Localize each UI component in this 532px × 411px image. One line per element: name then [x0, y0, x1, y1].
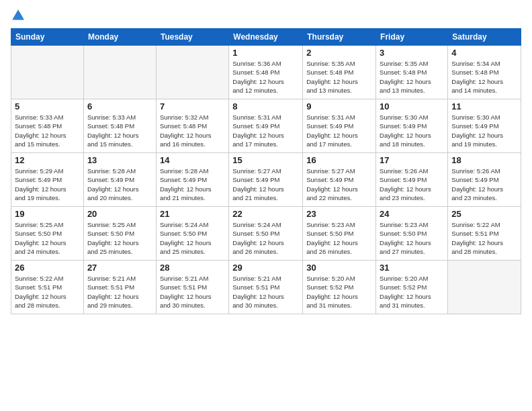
logo: [11, 8, 28, 23]
calendar: SundayMondayTuesdayWednesdayThursdayFrid…: [11, 28, 521, 314]
calendar-cell: 28Sunrise: 5:21 AM Sunset: 5:51 PM Dayli…: [156, 261, 228, 314]
day-info: Sunrise: 5:21 AM Sunset: 5:51 PM Dayligh…: [87, 274, 152, 310]
calendar-cell: [448, 261, 521, 314]
calendar-cell: 8Sunrise: 5:31 AM Sunset: 5:49 PM Daylig…: [229, 99, 303, 153]
calendar-cell: 24Sunrise: 5:23 AM Sunset: 5:50 PM Dayli…: [376, 207, 448, 261]
calendar-cell: 23Sunrise: 5:23 AM Sunset: 5:50 PM Dayli…: [303, 207, 376, 261]
day-number: 21: [160, 209, 225, 219]
day-info: Sunrise: 5:24 AM Sunset: 5:50 PM Dayligh…: [160, 220, 225, 256]
day-number: 19: [15, 209, 80, 219]
day-info: Sunrise: 5:25 AM Sunset: 5:50 PM Dayligh…: [87, 220, 152, 256]
day-number: 30: [306, 263, 372, 273]
weekday-header-thursday: Thursday: [303, 29, 376, 46]
day-info: Sunrise: 5:23 AM Sunset: 5:50 PM Dayligh…: [306, 220, 372, 256]
day-number: 1: [232, 48, 299, 58]
day-info: Sunrise: 5:36 AM Sunset: 5:48 PM Dayligh…: [232, 59, 299, 95]
day-info: Sunrise: 5:28 AM Sunset: 5:49 PM Dayligh…: [160, 167, 225, 202]
page: SundayMondayTuesdayWednesdayThursdayFrid…: [0, 0, 532, 411]
day-info: Sunrise: 5:22 AM Sunset: 5:51 PM Dayligh…: [15, 274, 80, 310]
day-number: 9: [306, 101, 372, 111]
calendar-cell: 22Sunrise: 5:24 AM Sunset: 5:50 PM Dayli…: [229, 207, 303, 261]
day-info: Sunrise: 5:26 AM Sunset: 5:49 PM Dayligh…: [451, 167, 517, 202]
day-number: 6: [87, 101, 152, 111]
day-number: 8: [232, 101, 299, 111]
day-info: Sunrise: 5:31 AM Sunset: 5:49 PM Dayligh…: [306, 113, 372, 148]
day-info: Sunrise: 5:26 AM Sunset: 5:49 PM Dayligh…: [380, 167, 444, 202]
weekday-header-saturday: Saturday: [448, 29, 521, 46]
calendar-cell: 12Sunrise: 5:29 AM Sunset: 5:49 PM Dayli…: [11, 153, 84, 207]
day-info: Sunrise: 5:32 AM Sunset: 5:48 PM Dayligh…: [160, 113, 225, 148]
calendar-cell: 18Sunrise: 5:26 AM Sunset: 5:49 PM Dayli…: [448, 153, 521, 207]
day-info: Sunrise: 5:27 AM Sunset: 5:49 PM Dayligh…: [306, 167, 372, 202]
day-number: 3: [380, 48, 444, 58]
calendar-cell: 6Sunrise: 5:33 AM Sunset: 5:48 PM Daylig…: [83, 99, 156, 153]
calendar-cell: 14Sunrise: 5:28 AM Sunset: 5:49 PM Dayli…: [156, 153, 228, 207]
day-info: Sunrise: 5:28 AM Sunset: 5:49 PM Dayligh…: [87, 167, 152, 202]
calendar-cell: 1Sunrise: 5:36 AM Sunset: 5:48 PM Daylig…: [229, 46, 303, 99]
day-info: Sunrise: 5:24 AM Sunset: 5:50 PM Dayligh…: [232, 220, 299, 256]
calendar-cell: 30Sunrise: 5:20 AM Sunset: 5:52 PM Dayli…: [303, 261, 376, 314]
day-number: 25: [451, 209, 517, 219]
day-number: 10: [380, 101, 444, 111]
day-number: 11: [451, 101, 517, 111]
day-info: Sunrise: 5:30 AM Sunset: 5:49 PM Dayligh…: [451, 113, 517, 148]
day-number: 5: [15, 101, 80, 111]
calendar-cell: 13Sunrise: 5:28 AM Sunset: 5:49 PM Dayli…: [83, 153, 156, 207]
calendar-cell: [156, 46, 228, 99]
weekday-header-tuesday: Tuesday: [156, 29, 228, 46]
day-number: 26: [15, 263, 80, 273]
calendar-cell: [83, 46, 156, 99]
calendar-cell: 3Sunrise: 5:35 AM Sunset: 5:48 PM Daylig…: [376, 46, 448, 99]
day-info: Sunrise: 5:23 AM Sunset: 5:50 PM Dayligh…: [380, 220, 444, 256]
calendar-cell: 10Sunrise: 5:30 AM Sunset: 5:49 PM Dayli…: [376, 99, 448, 153]
day-info: Sunrise: 5:27 AM Sunset: 5:49 PM Dayligh…: [232, 167, 299, 202]
calendar-cell: 26Sunrise: 5:22 AM Sunset: 5:51 PM Dayli…: [11, 261, 84, 314]
day-number: 22: [232, 209, 299, 219]
calendar-cell: 7Sunrise: 5:32 AM Sunset: 5:48 PM Daylig…: [156, 99, 228, 153]
day-number: 18: [451, 155, 517, 165]
day-number: 16: [306, 155, 372, 165]
day-info: Sunrise: 5:33 AM Sunset: 5:48 PM Dayligh…: [87, 113, 152, 148]
day-info: Sunrise: 5:33 AM Sunset: 5:48 PM Dayligh…: [15, 113, 80, 148]
calendar-cell: 27Sunrise: 5:21 AM Sunset: 5:51 PM Dayli…: [83, 261, 156, 314]
calendar-cell: 4Sunrise: 5:34 AM Sunset: 5:48 PM Daylig…: [448, 46, 521, 99]
calendar-cell: 20Sunrise: 5:25 AM Sunset: 5:50 PM Dayli…: [83, 207, 156, 261]
day-info: Sunrise: 5:20 AM Sunset: 5:52 PM Dayligh…: [306, 274, 372, 310]
day-info: Sunrise: 5:21 AM Sunset: 5:51 PM Dayligh…: [232, 274, 299, 310]
weekday-header-friday: Friday: [376, 29, 448, 46]
day-number: 23: [306, 209, 372, 219]
calendar-cell: 25Sunrise: 5:22 AM Sunset: 5:51 PM Dayli…: [448, 207, 521, 261]
day-number: 28: [160, 263, 225, 273]
day-info: Sunrise: 5:35 AM Sunset: 5:48 PM Dayligh…: [306, 59, 372, 95]
day-info: Sunrise: 5:29 AM Sunset: 5:49 PM Dayligh…: [15, 167, 80, 202]
day-number: 24: [380, 209, 444, 219]
day-info: Sunrise: 5:20 AM Sunset: 5:52 PM Dayligh…: [380, 274, 444, 310]
calendar-cell: 19Sunrise: 5:25 AM Sunset: 5:50 PM Dayli…: [11, 207, 84, 261]
day-number: 27: [87, 263, 152, 273]
day-number: 17: [380, 155, 444, 165]
calendar-cell: 2Sunrise: 5:35 AM Sunset: 5:48 PM Daylig…: [303, 46, 376, 99]
weekday-header-wednesday: Wednesday: [229, 29, 303, 46]
weekday-header-sunday: Sunday: [11, 29, 84, 46]
day-number: 31: [380, 263, 444, 273]
day-info: Sunrise: 5:25 AM Sunset: 5:50 PM Dayligh…: [15, 220, 80, 256]
weekday-header-monday: Monday: [83, 29, 156, 46]
day-number: 14: [160, 155, 225, 165]
day-number: 2: [306, 48, 372, 58]
day-number: 20: [87, 209, 152, 219]
day-info: Sunrise: 5:35 AM Sunset: 5:48 PM Dayligh…: [380, 59, 444, 95]
calendar-cell: 21Sunrise: 5:24 AM Sunset: 5:50 PM Dayli…: [156, 207, 228, 261]
calendar-cell: 16Sunrise: 5:27 AM Sunset: 5:49 PM Dayli…: [303, 153, 376, 207]
calendar-cell: 9Sunrise: 5:31 AM Sunset: 5:49 PM Daylig…: [303, 99, 376, 153]
day-number: 4: [451, 48, 517, 58]
day-info: Sunrise: 5:30 AM Sunset: 5:49 PM Dayligh…: [380, 113, 444, 148]
day-info: Sunrise: 5:21 AM Sunset: 5:51 PM Dayligh…: [160, 274, 225, 310]
calendar-cell: 29Sunrise: 5:21 AM Sunset: 5:51 PM Dayli…: [229, 261, 303, 314]
day-info: Sunrise: 5:31 AM Sunset: 5:49 PM Dayligh…: [232, 113, 299, 148]
calendar-cell: 11Sunrise: 5:30 AM Sunset: 5:49 PM Dayli…: [448, 99, 521, 153]
day-info: Sunrise: 5:34 AM Sunset: 5:48 PM Dayligh…: [451, 59, 517, 95]
calendar-cell: 5Sunrise: 5:33 AM Sunset: 5:48 PM Daylig…: [11, 99, 84, 153]
logo-icon: [11, 8, 26, 23]
day-info: Sunrise: 5:22 AM Sunset: 5:51 PM Dayligh…: [451, 220, 517, 256]
calendar-cell: 17Sunrise: 5:26 AM Sunset: 5:49 PM Dayli…: [376, 153, 448, 207]
